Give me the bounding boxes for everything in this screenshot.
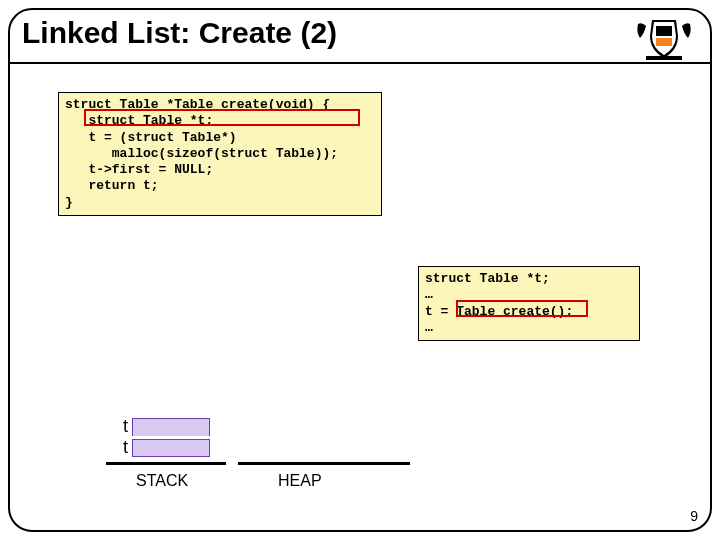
highlight-box-definition [84,109,360,126]
stack-baseline [106,462,226,465]
code-line: } [65,195,73,210]
highlight-box-call [456,300,588,317]
heap-baseline [238,462,410,465]
stack-cell-box [132,439,210,457]
stack-var-label: t [114,416,132,437]
code-line: t = (struct Table*) [65,130,237,145]
stack-var-label: t [114,437,132,458]
slide-title: Linked List: Create (2) [22,16,337,50]
page-number: 9 [690,508,698,524]
code-line: return t; [65,178,159,193]
code-line: struct Table *t; [425,271,550,286]
stack-diagram: t t [114,416,234,458]
stack-row: t [114,437,234,458]
code-line: … [425,287,433,302]
code-line: … [425,320,433,335]
svg-rect-1 [656,26,672,36]
heap-region-label: HEAP [278,472,322,490]
stack-cell-box [132,418,210,436]
title-divider [8,62,712,64]
svg-rect-2 [646,56,682,60]
svg-rect-0 [656,38,672,46]
stack-region-label: STACK [136,472,188,490]
code-line: t->first = NULL; [65,162,213,177]
crest-logo [632,14,696,62]
code-line: malloc(sizeof(struct Table)); [65,146,338,161]
slide-frame: Linked List: Create (2) struct Table *Ta… [8,8,712,532]
stack-row: t [114,416,234,437]
